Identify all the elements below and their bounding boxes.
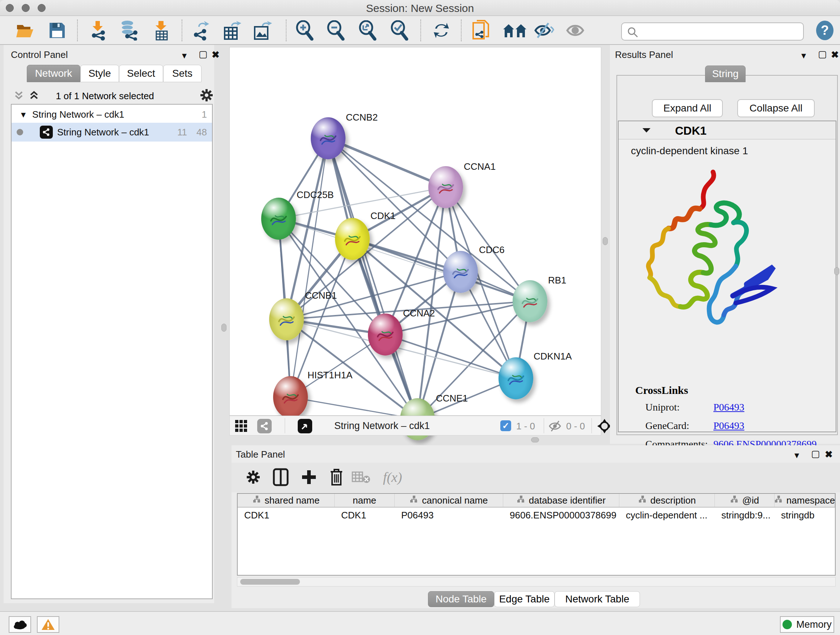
network-node-ccnb2[interactable] — [311, 117, 346, 159]
houses-icon — [502, 22, 527, 39]
table-cell[interactable]: CDK1 — [244, 510, 334, 521]
table-horizontal-scrollbar[interactable] — [237, 577, 836, 586]
network-node-cdkn1a[interactable] — [499, 357, 533, 399]
string-view-icon[interactable] — [257, 419, 272, 433]
splitter-handle[interactable] — [221, 324, 226, 332]
close-panel-icon[interactable]: ✖ — [825, 449, 833, 460]
warning-icon — [41, 618, 55, 631]
create-column-icon[interactable] — [271, 467, 291, 487]
column-header-description[interactable]: description — [619, 494, 715, 507]
memory-button[interactable]: Memory — [780, 616, 834, 633]
network-node-ccna2[interactable] — [368, 314, 403, 356]
close-panel-icon[interactable]: ✖ — [212, 49, 219, 60]
network-node-cdc25b[interactable] — [261, 198, 296, 240]
table-cell[interactable]: CDK1 — [341, 510, 394, 521]
selected-checkbox-icon[interactable]: ✓ — [500, 420, 511, 431]
protein-thumbnail — [317, 129, 339, 150]
grid-view-icon[interactable] — [235, 420, 248, 434]
import-network-from-database-button[interactable] — [118, 20, 139, 41]
delete-table-icon[interactable] — [351, 467, 371, 487]
tab-select[interactable]: Select — [119, 65, 163, 82]
tab-string[interactable]: String — [705, 65, 745, 82]
float-panel-icon[interactable]: ▾ — [801, 50, 806, 61]
zoom-selected-button[interactable] — [389, 20, 409, 41]
network-node-cdc6[interactable] — [443, 251, 478, 293]
splitter-handle[interactable] — [531, 437, 539, 442]
table-cell[interactable]: 9606.ENSP00000378699 — [510, 510, 619, 521]
network-node-cdk1[interactable] — [335, 218, 370, 260]
tab-edge-table[interactable]: Edge Table — [494, 591, 554, 607]
first-neighbors-button[interactable] — [502, 20, 527, 41]
export-network-button[interactable] — [191, 20, 211, 41]
search-input[interactable] — [621, 22, 804, 41]
zoom-out-icon — [326, 20, 345, 41]
table-cell[interactable]: cyclin-dependent ... — [626, 510, 714, 521]
export-image-button[interactable] — [253, 20, 273, 41]
table-options-gear-icon[interactable] — [243, 467, 264, 487]
new-network-from-selection-button[interactable] — [471, 20, 491, 41]
crosslink-link[interactable]: P06493 — [714, 402, 745, 413]
float-panel-icon[interactable]: ▾ — [182, 50, 187, 61]
hide-selected-button[interactable] — [534, 20, 554, 41]
crosslink-link[interactable]: P06493 — [714, 420, 745, 432]
network-node-rb1[interactable] — [513, 280, 547, 322]
close-panel-icon[interactable]: ✖ — [831, 49, 839, 60]
table-cell[interactable]: P06493 — [401, 510, 502, 521]
network-node-ccnb1[interactable] — [269, 298, 304, 340]
delete-row-icon[interactable] — [326, 467, 347, 487]
show-all-button[interactable] — [565, 20, 585, 41]
gene-section-header[interactable]: CDK1 — [619, 121, 836, 139]
splitter-handle[interactable] — [834, 267, 839, 275]
network-canvas[interactable]: CCNB2CCNA1CDC25BCDK1CDC6RB1CCNB1CCNA2CDK… — [229, 47, 601, 416]
expand-all-networks-icon[interactable] — [14, 90, 24, 102]
undock-panel-icon[interactable]: ▢ — [199, 49, 208, 60]
table-cell[interactable]: stringdb:9... — [722, 510, 774, 521]
collection-expander-icon[interactable]: ▾ — [21, 109, 26, 120]
column-header-canonical-name[interactable]: canonical name — [395, 494, 503, 507]
export-table-button[interactable] — [222, 20, 242, 41]
column-header-database-identifier[interactable]: database identifier — [503, 494, 619, 507]
expand-all-button[interactable]: Expand All — [652, 99, 723, 117]
network-node-hist1h1a[interactable] — [273, 376, 308, 418]
tab-network-table[interactable]: Network Table — [554, 591, 640, 607]
network-row-selected[interactable]: String Network – cdk1 11 48 — [11, 123, 212, 141]
tab-sets[interactable]: Sets — [163, 65, 202, 82]
column-header-shared-name[interactable]: shared name — [238, 494, 335, 507]
tab-style[interactable]: Style — [80, 65, 119, 82]
node-count: 11 — [177, 127, 187, 138]
warning-status-button[interactable] — [37, 616, 59, 633]
open-session-button[interactable] — [15, 20, 35, 41]
tab-network[interactable]: Network — [27, 65, 80, 82]
scrollbar-thumb[interactable] — [240, 579, 300, 585]
import-table-button[interactable] — [151, 20, 172, 41]
float-panel-icon[interactable]: ▾ — [794, 450, 799, 461]
network-node-ccna1[interactable] — [428, 166, 463, 208]
import-network-button[interactable] — [88, 20, 108, 41]
node-label-cdc6: CDC6 — [479, 244, 505, 256]
undock-panel-icon[interactable]: ▢ — [818, 49, 827, 60]
column-header--id[interactable]: @id — [715, 494, 775, 507]
refresh-button[interactable] — [431, 20, 452, 41]
section-expander-icon[interactable] — [642, 127, 651, 135]
gene-section: CDK1 cyclin-dependent kinase 1 — [618, 120, 836, 432]
function-builder-icon[interactable]: f(x) — [376, 467, 409, 487]
birds-eye-view-icon[interactable] — [298, 419, 312, 433]
collapse-all-networks-icon[interactable] — [29, 90, 39, 102]
splitter-handle[interactable] — [603, 237, 608, 245]
zoom-in-button[interactable] — [294, 20, 315, 41]
save-session-button[interactable] — [47, 20, 67, 41]
column-header-namespace[interactable]: namespace — [775, 494, 835, 507]
cloud-status-button[interactable] — [9, 616, 31, 633]
network-options-gear-icon[interactable] — [200, 88, 213, 103]
add-row-icon[interactable] — [299, 467, 319, 487]
table-cell[interactable]: stringdb — [781, 510, 834, 521]
string-network-icon — [40, 126, 53, 139]
undock-panel-icon[interactable]: ▢ — [811, 448, 820, 459]
column-header-name[interactable]: name — [335, 494, 395, 507]
zoom-out-button[interactable] — [325, 20, 346, 41]
tab-node-table[interactable]: Node Table — [428, 591, 494, 607]
zoom-fit-button[interactable] — [357, 20, 378, 41]
collapse-all-button[interactable]: Collapse All — [737, 99, 815, 117]
help-button[interactable]: ? — [815, 20, 835, 41]
network-collection-row[interactable]: ▾ String Network – cdk1 1 — [11, 106, 212, 123]
